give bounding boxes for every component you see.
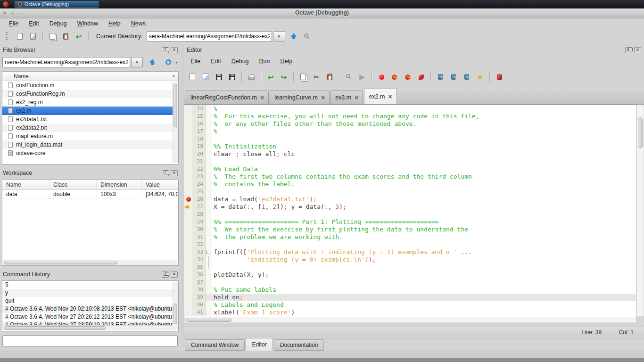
breakpoint-margin[interactable] <box>184 158 192 165</box>
code-line[interactable]: 36plotData(X, y); <box>184 271 636 279</box>
fold-margin[interactable] <box>206 301 212 309</box>
code-line[interactable]: 25 <box>184 188 636 196</box>
breakpoint-margin[interactable] <box>184 271 192 279</box>
code-line[interactable]: 32 <box>184 241 636 248</box>
copy-button[interactable] <box>297 71 309 82</box>
code-line[interactable]: 21 <box>184 158 636 165</box>
code-line[interactable]: 20clear ; close all; clc <box>184 150 636 158</box>
tab-close-icon[interactable]: × <box>260 94 264 101</box>
breakpoint-margin[interactable] <box>184 105 192 113</box>
run-button[interactable]: ▶ <box>356 71 368 82</box>
command-history-filter-input[interactable] <box>2 335 178 346</box>
code-editor[interactable]: 14%15% For this exercise, you will not n… <box>184 105 636 317</box>
workspace-hscrollbar[interactable] <box>3 260 177 265</box>
file-browser-up-button[interactable] <box>147 57 158 68</box>
next-breakpoint-button[interactable]: ▸ <box>389 71 400 82</box>
fold-margin[interactable] <box>206 188 212 196</box>
tab-close-icon[interactable]: × <box>355 94 358 101</box>
file-item[interactable]: ml_login_data.mat <box>2 140 178 149</box>
directory-up-button[interactable] <box>288 31 299 42</box>
file-item[interactable]: mapFeature.m <box>2 132 178 140</box>
fold-margin[interactable] <box>206 241 212 248</box>
breakpoint-margin[interactable] <box>184 135 192 143</box>
breakpoint-margin[interactable] <box>184 128 192 135</box>
breakpoint-margin[interactable] <box>184 248 192 256</box>
breakpoint-margin[interactable] <box>184 165 192 173</box>
editor-tab-linearRegCostFunction.m[interactable]: linearRegCostFunction.m× <box>186 90 269 104</box>
previous-breakpoint-button[interactable]: ◂ <box>402 71 413 82</box>
file-item[interactable]: ex2.m <box>2 107 178 115</box>
editor-vscrollbar[interactable] <box>636 105 644 317</box>
breakpoint-margin[interactable] <box>184 286 192 294</box>
fold-margin[interactable] <box>206 143 212 150</box>
workspace-table-header[interactable]: NameClassDimensionValue <box>2 180 178 190</box>
fold-margin[interactable] <box>206 181 212 188</box>
code-line[interactable]: 39hold on; <box>184 294 636 301</box>
fold-margin[interactable] <box>206 113 212 120</box>
history-item[interactable]: # Octave 3.6.4, Wed Nov 27 20:26:12 2013… <box>2 313 178 321</box>
fold-margin[interactable] <box>206 105 212 113</box>
breakpoint-margin[interactable] <box>184 173 192 181</box>
menu-item-edit[interactable]: Edit <box>24 19 44 28</box>
step-in-button[interactable]: ◂ <box>448 71 459 82</box>
taskbar-window-button[interactable]: Octave (Debugging) <box>15 1 99 8</box>
paste-button[interactable] <box>60 31 71 42</box>
code-line[interactable]: 23% The first two columns contains the e… <box>184 173 636 181</box>
code-line[interactable]: 38% Put some labels <box>184 286 636 294</box>
step-button[interactable]: ▾ <box>435 71 446 82</box>
new-file-button[interactable] <box>187 71 198 82</box>
history-item[interactable]: y <box>2 289 178 297</box>
close-panel-button[interactable]: × <box>171 170 178 176</box>
save-as-button[interactable] <box>226 71 238 82</box>
open-file-button[interactable] <box>200 71 211 82</box>
save-button[interactable] <box>213 71 224 82</box>
menu-item-run[interactable]: Run <box>254 57 275 66</box>
print-button[interactable] <box>246 71 257 82</box>
breakpoint-margin[interactable] <box>184 143 192 150</box>
fold-margin[interactable] <box>206 309 212 316</box>
breakpoint-icon[interactable] <box>186 197 191 202</box>
fold-margin[interactable] <box>206 203 212 211</box>
tab-close-icon[interactable]: × <box>388 93 392 100</box>
fold-margin[interactable] <box>206 256 212 263</box>
file-item[interactable]: ex2_reg.m <box>2 98 178 107</box>
current-directory-dropdown-button[interactable]: ▼ <box>273 31 285 41</box>
file-item[interactable]: costFunction.m <box>2 81 178 90</box>
breakpoint-margin[interactable] <box>184 211 192 218</box>
file-list-vscrollbar[interactable] <box>173 82 178 163</box>
workspace-row[interactable]: datadouble100x3[34.624, 78.0 <box>2 190 178 198</box>
history-item[interactable]: quit <box>2 297 178 305</box>
code-line[interactable]: 27X = data(:, [1, 2]); y = data(:, 3); <box>184 203 636 211</box>
bottom-tab-editor[interactable]: Editor <box>246 338 272 351</box>
fold-margin[interactable] <box>206 218 212 226</box>
file-browser-path-input[interactable] <box>2 57 130 67</box>
paste-button[interactable] <box>324 71 335 82</box>
breakpoint-margin[interactable] <box>184 226 192 233</box>
code-line[interactable]: 15% For this exercise, you will not need… <box>184 113 636 120</box>
menu-item-debug[interactable]: Debug <box>226 57 254 66</box>
code-line[interactable]: 28 <box>184 211 636 218</box>
history-item[interactable]: 5 <box>2 281 178 289</box>
menu-item-file[interactable]: File <box>4 19 24 28</box>
bottom-tab-documentation[interactable]: Documentation <box>274 339 324 351</box>
workspace-column-header[interactable]: Name <box>2 180 50 189</box>
open-file-button[interactable] <box>27 31 39 42</box>
undock-button[interactable] <box>162 47 169 53</box>
file-item[interactable]: octave-core <box>2 149 178 157</box>
workspace-column-header[interactable]: Dimension <box>97 180 142 189</box>
fold-margin[interactable] <box>206 158 212 165</box>
redo-button[interactable]: ↪ <box>278 71 289 82</box>
cut-button[interactable]: ✂ <box>311 71 322 82</box>
editor-hscrollbar[interactable] <box>184 317 636 323</box>
code-line[interactable]: 41xlabel('Exam 1 score') <box>184 309 636 316</box>
breakpoint-margin[interactable] <box>184 279 192 286</box>
code-line[interactable]: 31% the problem we are working with. <box>184 233 636 241</box>
breakpoint-margin[interactable] <box>184 196 192 203</box>
fold-margin[interactable] <box>206 294 212 301</box>
sync-dropdown-caret-icon[interactable]: ▼ <box>175 61 178 64</box>
code-line[interactable]: 16% or any other files other than those … <box>184 120 636 128</box>
close-panel-button[interactable]: × <box>634 47 641 53</box>
code-line[interactable]: 40% Labels and Legend <box>184 301 636 309</box>
copy-button[interactable] <box>47 31 58 42</box>
undo-button[interactable]: ↩ <box>73 31 84 42</box>
